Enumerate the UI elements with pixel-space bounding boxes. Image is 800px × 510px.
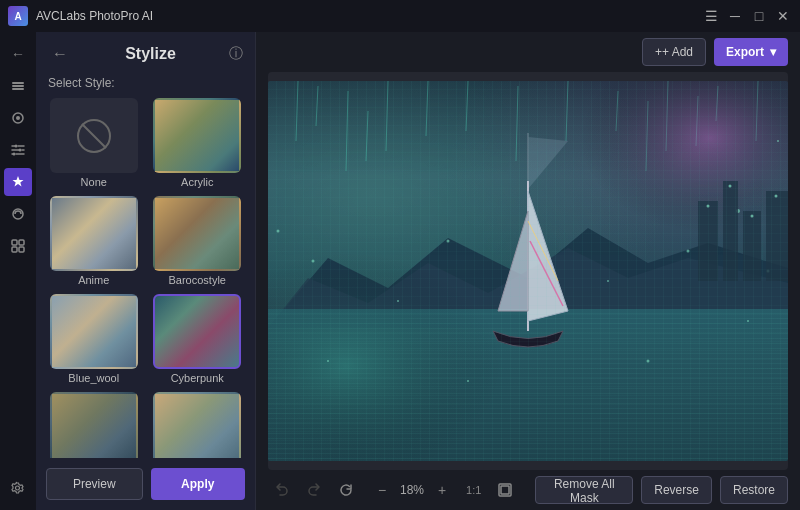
zoom-out-button[interactable]: −: [368, 476, 396, 504]
sidebar-item-stylize[interactable]: [4, 168, 32, 196]
svg-line-15: [82, 124, 106, 148]
style-thumb-extra2[interactable]: [153, 392, 241, 458]
svg-point-4: [16, 116, 20, 120]
style-item-none[interactable]: None: [46, 98, 142, 188]
undo-button[interactable]: [268, 476, 296, 504]
export-label: Export: [726, 45, 764, 59]
export-button[interactable]: Export ▾: [714, 38, 788, 66]
style-label-acrylic: Acrylic: [181, 176, 213, 188]
redo2-button[interactable]: [332, 476, 360, 504]
redo-button[interactable]: [300, 476, 328, 504]
close-button[interactable]: ✕: [774, 7, 792, 25]
style-thumb-acrylic[interactable]: [153, 98, 241, 173]
title-controls: ☰ ─ □ ✕: [702, 7, 792, 25]
sidebar-item-retouch[interactable]: [4, 200, 32, 228]
sidebar-item-effects[interactable]: [4, 104, 32, 132]
zoom-in-button[interactable]: +: [428, 476, 456, 504]
style-label-barocostyle: Barocostyle: [169, 274, 226, 286]
style-item-acrylic[interactable]: Acrylic: [150, 98, 246, 188]
zoom-toolbar: − 18% + 1:1: [368, 476, 519, 504]
section-label: Select Style:: [36, 72, 255, 98]
style-grid: None Acrylic Anime Barocostyle Blue_wool: [36, 98, 255, 458]
style-item-cyberpunk[interactable]: Cyberpunk: [150, 294, 246, 384]
svg-rect-11: [12, 247, 17, 252]
sidebar-item-tools[interactable]: [4, 232, 32, 260]
style-label-cyberpunk: Cyberpunk: [171, 372, 224, 384]
style-label-bluewool: Blue_wool: [68, 372, 119, 384]
sidebar-item-back[interactable]: ←: [4, 40, 32, 68]
icon-sidebar: ←: [0, 32, 36, 510]
svg-rect-2: [12, 88, 24, 90]
canvas-image: [268, 81, 788, 461]
style-item-extra2[interactable]: [150, 392, 246, 458]
style-thumb-anime[interactable]: [50, 196, 138, 271]
apply-button[interactable]: Apply: [151, 468, 246, 500]
svg-rect-9: [12, 240, 17, 245]
style-item-extra1[interactable]: [46, 392, 142, 458]
panel-title: Stylize: [125, 45, 176, 63]
top-bar: + + Add Export ▾: [256, 32, 800, 72]
svg-point-7: [13, 153, 16, 156]
content-area: + + Add Export ▾: [256, 32, 800, 510]
remove-all-mask-button[interactable]: Remove All Mask: [535, 476, 633, 504]
style-label-none: None: [81, 176, 107, 188]
style-item-bluewool[interactable]: Blue_wool: [46, 294, 142, 384]
svg-rect-1: [12, 85, 24, 87]
fit-button[interactable]: [491, 476, 519, 504]
svg-point-5: [15, 145, 18, 148]
main-layout: ←: [0, 32, 800, 510]
style-item-anime[interactable]: Anime: [46, 196, 142, 286]
reverse-button[interactable]: Reverse: [641, 476, 712, 504]
maximize-button[interactable]: □: [750, 7, 768, 25]
svg-rect-12: [19, 247, 24, 252]
style-thumb-barocostyle[interactable]: [153, 196, 241, 271]
svg-point-13: [16, 486, 20, 490]
side-panel: ← Stylize ⓘ Select Style: None Acrylic: [36, 32, 256, 510]
zoom-level: 18%: [400, 483, 424, 497]
svg-rect-10: [19, 240, 24, 245]
title-bar-left: A AVCLabs PhotoPro AI: [8, 6, 153, 26]
app-title: AVCLabs PhotoPro AI: [36, 9, 153, 23]
minimize-button[interactable]: ─: [726, 7, 744, 25]
panel-header: ← Stylize ⓘ: [36, 32, 255, 72]
history-toolbar: [268, 476, 360, 504]
export-arrow-icon: ▾: [770, 45, 776, 59]
zoom-reset-button[interactable]: 1:1: [460, 476, 487, 504]
add-button[interactable]: + + Add: [642, 38, 706, 66]
panel-back-button[interactable]: ←: [48, 42, 72, 66]
panel-info-icon[interactable]: ⓘ: [229, 45, 243, 63]
menu-button[interactable]: ☰: [702, 7, 720, 25]
bottom-bar: − 18% + 1:1 Remove All Mask Reverse Rest…: [256, 470, 800, 510]
style-thumb-bluewool[interactable]: [50, 294, 138, 369]
style-thumb-none[interactable]: [50, 98, 138, 173]
canvas-area: [268, 72, 788, 470]
svg-rect-0: [12, 82, 24, 84]
style-thumb-cyberpunk[interactable]: [153, 294, 241, 369]
plus-icon: +: [655, 45, 662, 59]
svg-rect-59: [501, 486, 509, 494]
style-thumb-extra1[interactable]: [50, 392, 138, 458]
svg-point-6: [19, 149, 22, 152]
title-bar: A AVCLabs PhotoPro AI ☰ ─ □ ✕: [0, 0, 800, 32]
sidebar-item-layers[interactable]: [4, 72, 32, 100]
style-label-anime: Anime: [78, 274, 109, 286]
sidebar-item-settings[interactable]: [4, 474, 32, 502]
style-item-barocostyle[interactable]: Barocostyle: [150, 196, 246, 286]
app-logo: A: [8, 6, 28, 26]
sidebar-item-adjust[interactable]: [4, 136, 32, 164]
restore-button[interactable]: Restore: [720, 476, 788, 504]
panel-footer: Preview Apply: [36, 458, 255, 510]
preview-button[interactable]: Preview: [46, 468, 143, 500]
